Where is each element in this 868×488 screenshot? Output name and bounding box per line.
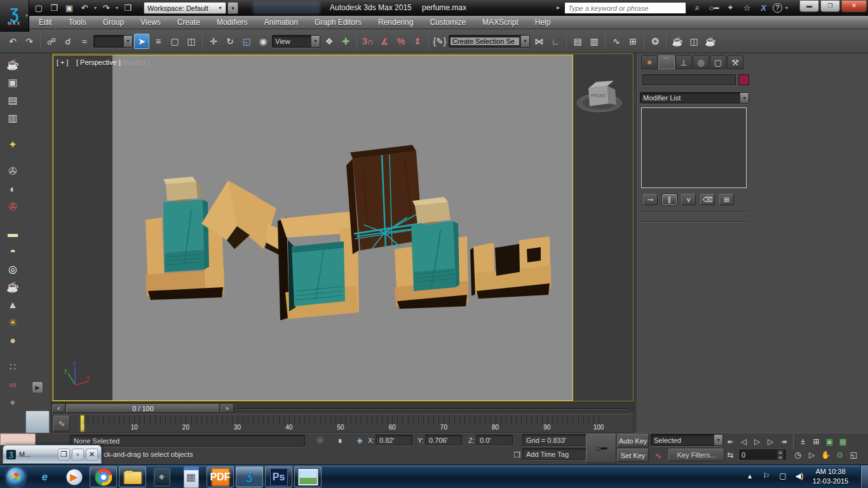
- toolbar-flyout-arrow[interactable]: ▶: [32, 381, 43, 393]
- close-button[interactable]: ✕: [841, 0, 867, 12]
- next-frame-button[interactable]: ▷: [764, 436, 776, 448]
- reference-coordinate-system-dropdown-arrow[interactable]: ▼: [311, 36, 320, 47]
- sun-icon[interactable]: ☀: [4, 315, 22, 330]
- manage-layers-icon[interactable]: ▤: [570, 34, 585, 49]
- modifier-stack[interactable]: [641, 107, 747, 188]
- taskbar-wmp-icon[interactable]: ▶: [60, 466, 88, 487]
- minimize-button[interactable]: ▬: [799, 0, 819, 12]
- zoom-extents-all-icon[interactable]: ▦: [837, 436, 849, 448]
- sign-in-key-icon[interactable]: ○━: [707, 2, 721, 13]
- undo-dropdown-arrow[interactable]: ▾: [93, 2, 98, 15]
- wood-corner-block[interactable]: [470, 236, 551, 299]
- track-bar[interactable]: ∿ 0102030405060708090100: [51, 414, 634, 433]
- set-key-mode-button[interactable]: ○━: [586, 434, 616, 463]
- workspace-flyout-button[interactable]: ▾: [227, 2, 238, 14]
- play-button[interactable]: ▷: [751, 436, 763, 448]
- modifier-list-dropdown[interactable]: Modifier List ▼: [640, 92, 749, 104]
- select-and-manipulate-icon[interactable]: ✚: [338, 34, 353, 49]
- time-configuration-button[interactable]: ◷: [792, 449, 804, 461]
- max-logo-dropdown-arrow[interactable]: ▾: [25, 13, 28, 18]
- window-crossing-toggle-icon[interactable]: ◫: [184, 34, 199, 49]
- search-icon[interactable]: ⌕: [690, 2, 705, 13]
- edit-named-selection-sets-icon[interactable]: {✎}: [432, 34, 447, 49]
- pan-hand-icon[interactable]: ✋: [820, 449, 832, 461]
- mini-restore-button[interactable]: ❐: [58, 449, 70, 461]
- select-object-icon[interactable]: ➤: [134, 34, 149, 49]
- menu-item-group[interactable]: Group: [95, 16, 132, 29]
- exchange-apps-icon[interactable]: X: [756, 2, 771, 13]
- mirror-icon[interactable]: ⋈: [531, 34, 546, 49]
- open-file-icon[interactable]: ❐: [47, 2, 61, 15]
- workspace-dropdown[interactable]: Workspace: Default ▼: [144, 2, 226, 14]
- perfume-bottle-left[interactable]: [163, 177, 209, 272]
- rendered-frame-window-icon[interactable]: ◫: [686, 34, 702, 49]
- menu-item-customize[interactable]: Customize: [421, 16, 474, 29]
- help-icon[interactable]: ?: [773, 3, 782, 13]
- taskbar-calculator-icon[interactable]: ▦: [177, 466, 205, 487]
- sphere-shape-icon[interactable]: ●: [4, 333, 22, 348]
- redo-icon[interactable]: ↷: [99, 2, 113, 15]
- tray-action-center-icon[interactable]: ⚐: [761, 471, 771, 481]
- render-setup-icon[interactable]: ☕: [670, 34, 685, 49]
- taskbar-pdf-icon[interactable]: PDF: [207, 466, 234, 487]
- red-camera-icon[interactable]: ✇: [4, 200, 22, 214]
- viewcube[interactable]: FRONT: [574, 71, 624, 120]
- notes-icon[interactable]: ❒: [512, 449, 522, 461]
- taskbar-chrome-icon[interactable]: [90, 466, 117, 487]
- link-spheres-icon[interactable]: ∞: [4, 377, 22, 392]
- key-filters-button[interactable]: Key Filters...: [668, 449, 724, 461]
- tab-display[interactable]: ▢: [710, 55, 726, 69]
- schematic-view-icon[interactable]: ⊞: [625, 34, 641, 49]
- rendered-frame-icon[interactable]: ▣: [4, 75, 22, 90]
- use-pivot-point-center-icon[interactable]: ❖: [322, 34, 337, 49]
- menu-item-views[interactable]: Views: [132, 16, 169, 29]
- search-flyout-arrow[interactable]: ▸: [557, 4, 560, 11]
- wrapped-package[interactable]: [346, 145, 423, 254]
- previous-frame-arrow[interactable]: <: [52, 404, 65, 413]
- configure-modifier-sets-button[interactable]: ⊞: [719, 194, 734, 205]
- toggle-layer-explorer-icon[interactable]: ▥: [587, 34, 602, 49]
- menu-item-create[interactable]: Create: [169, 16, 208, 29]
- menu-item-rendering[interactable]: Rendering: [370, 16, 421, 29]
- taskbar-ie-icon[interactable]: e: [31, 466, 58, 487]
- tab-motion[interactable]: ◎: [693, 55, 709, 69]
- select-and-rotate-icon[interactable]: ↻: [222, 34, 238, 49]
- select-by-name-icon[interactable]: ≡: [151, 34, 166, 49]
- cone-shape-icon[interactable]: ▲: [4, 297, 22, 312]
- bind-to-space-warp-icon[interactable]: ≈: [77, 34, 92, 49]
- maximize-viewport-toggle-icon[interactable]: ◱: [848, 449, 860, 461]
- object-color-swatch[interactable]: [738, 74, 749, 85]
- align-icon[interactable]: ∟: [548, 34, 563, 49]
- spinner-snap-toggle-icon[interactable]: ⇕: [410, 34, 425, 49]
- glow-sphere-icon[interactable]: ◎: [4, 262, 22, 276]
- key-mode-dropdown[interactable]: Selected ▼: [651, 434, 723, 446]
- zoom-extents-icon[interactable]: ▣: [824, 436, 836, 448]
- environment-dialog-icon[interactable]: ▥: [4, 111, 22, 125]
- workspace-dropdown-arrow[interactable]: ▼: [218, 6, 222, 10]
- wood-display-box[interactable]: [278, 211, 359, 320]
- zoom-icon[interactable]: ±: [797, 436, 809, 448]
- set-key-button[interactable]: Set Key: [617, 449, 649, 462]
- tab-hierarchy[interactable]: ⊥: [675, 55, 692, 69]
- rectangle-shape-icon[interactable]: ▬: [4, 226, 22, 241]
- rectangular-selection-region-icon[interactable]: ▢: [167, 34, 182, 49]
- mini-curve-editor-button[interactable]: ∿: [53, 416, 70, 431]
- camera-gizmo-icon[interactable]: ⌖: [4, 395, 22, 410]
- reference-coordinate-system-dropdown[interactable]: View▼: [272, 35, 320, 48]
- menu-item-modifiers[interactable]: Modifiers: [208, 16, 256, 29]
- viewport-shading-menu[interactable]: [ Shaded ]: [118, 58, 149, 66]
- named-selection-sets-dropdown-arrow[interactable]: ▼: [520, 36, 529, 47]
- menu-item-edit[interactable]: Edit: [31, 16, 60, 29]
- maxscript-mini-listener[interactable]: [0, 433, 36, 445]
- start-button[interactable]: [2, 466, 29, 487]
- pin-stack-button[interactable]: ⊸: [643, 194, 658, 205]
- tray-network-icon[interactable]: ▢: [778, 471, 788, 481]
- mini-close-button[interactable]: ✕: [86, 449, 98, 461]
- favorites-star-icon[interactable]: ☆: [740, 2, 754, 13]
- auto-key-button[interactable]: Auto Key: [617, 434, 649, 447]
- go-to-end-button[interactable]: ↠: [778, 436, 790, 448]
- x-coordinate-field[interactable]: 0.82': [376, 435, 412, 445]
- show-desktop-button[interactable]: [860, 465, 868, 488]
- help-dropdown-arrow[interactable]: ▾: [784, 2, 789, 13]
- next-frame-arrow[interactable]: >: [220, 404, 234, 413]
